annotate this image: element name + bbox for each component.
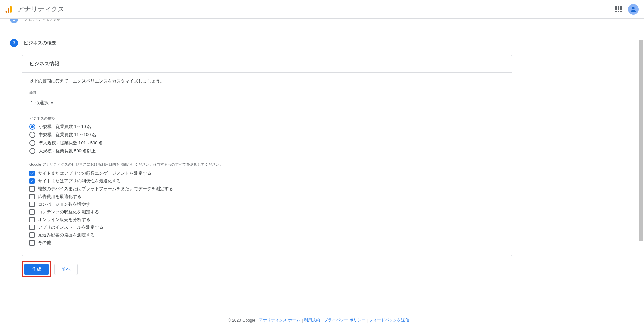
checkbox-label: その他 bbox=[38, 240, 51, 246]
checkbox-icon bbox=[29, 209, 35, 215]
step-2[interactable]: 2 プロパティの設定 bbox=[10, 19, 517, 23]
checkbox-label: コンテンツの収益化を測定する bbox=[38, 209, 99, 215]
header-left: アナリティクス bbox=[5, 5, 64, 14]
scrollbar-thumb[interactable] bbox=[639, 40, 643, 241]
business-size-label: ビジネスの規模 bbox=[29, 116, 505, 121]
checkbox-icon bbox=[29, 240, 35, 246]
scrollbar[interactable] bbox=[639, 20, 643, 255]
checkbox-purpose-0[interactable]: サイトまたはアプリでの顧客エンゲージメントを測定する bbox=[29, 170, 505, 176]
checkbox-purpose-4[interactable]: コンバージョン数を増やす bbox=[29, 201, 505, 207]
checkbox-icon bbox=[29, 178, 35, 184]
checkbox-purpose-1[interactable]: サイトまたはアプリの利便性を最適化する bbox=[29, 178, 505, 184]
radio-icon bbox=[29, 140, 35, 146]
checkbox-icon bbox=[29, 232, 35, 238]
checkbox-label: オンライン販売を分析する bbox=[38, 217, 90, 223]
card-body: 以下の質問に答えて、エクスペリエンスをカスタマイズしましょう。 業種 1 つ選択… bbox=[22, 73, 512, 256]
radio-icon bbox=[29, 132, 35, 138]
purpose-group: サイトまたはアプリでの顧客エンゲージメントを測定するサイトまたはアプリの利便性を… bbox=[29, 170, 505, 246]
back-button[interactable]: 前へ bbox=[54, 264, 78, 275]
radio-icon bbox=[29, 148, 35, 154]
footer: © 2020 Google | アナリティクス ホーム | 利用規約 | プライ… bbox=[0, 314, 637, 326]
checkbox-purpose-2[interactable]: 複数のデバイスまたはプラットフォームをまたいでデータを測定する bbox=[29, 186, 505, 192]
svg-point-3 bbox=[632, 7, 634, 9]
card-title: ビジネス情報 bbox=[22, 55, 512, 73]
step-number: 2 bbox=[10, 19, 18, 23]
step-3: 3 ビジネスの概要 bbox=[10, 39, 517, 47]
app-header: アナリティクス bbox=[0, 0, 644, 19]
industry-dropdown[interactable]: 1 つ選択 bbox=[29, 98, 55, 108]
svg-rect-0 bbox=[10, 6, 12, 13]
checkbox-purpose-6[interactable]: オンライン販売を分析する bbox=[29, 217, 505, 223]
create-button[interactable]: 作成 bbox=[24, 264, 49, 275]
checkbox-icon bbox=[29, 202, 35, 207]
radio-label: 大規模 - 従業員数 500 名以上 bbox=[39, 148, 96, 154]
checkbox-label: サイトまたはアプリの利便性を最適化する bbox=[38, 178, 121, 184]
checkbox-purpose-7[interactable]: アプリのインストールを測定する bbox=[29, 224, 505, 230]
analytics-logo-icon bbox=[5, 5, 13, 13]
svg-rect-1 bbox=[8, 8, 9, 13]
step-number: 3 bbox=[10, 39, 18, 47]
industry-label: 業種 bbox=[29, 90, 505, 95]
action-buttons: 作成 前へ bbox=[22, 261, 517, 277]
radio-size-3[interactable]: 大規模 - 従業員数 500 名以上 bbox=[29, 148, 505, 154]
checkbox-label: サイトまたはアプリでの顧客エンゲージメントを測定する bbox=[38, 170, 151, 176]
checkbox-icon bbox=[29, 217, 35, 222]
footer-link-home[interactable]: アナリティクス ホーム bbox=[259, 317, 300, 323]
svg-point-2 bbox=[6, 11, 7, 13]
checkbox-label: 広告費用を最適化する bbox=[38, 194, 82, 200]
checkbox-label: コンバージョン数を増やす bbox=[38, 201, 90, 207]
checkbox-icon bbox=[29, 171, 35, 176]
checkbox-purpose-3[interactable]: 広告費用を最適化する bbox=[29, 194, 505, 200]
copyright: © 2020 Google bbox=[228, 318, 255, 323]
apps-icon[interactable] bbox=[614, 5, 623, 13]
footer-link-feedback[interactable]: フィードバックを送信 bbox=[369, 317, 409, 323]
radio-label: 中規模 - 従業員数 11～100 名 bbox=[39, 132, 96, 138]
checkbox-purpose-8[interactable]: 見込み顧客の発掘を測定する bbox=[29, 232, 505, 238]
instruction-text: 以下の質問に答えて、エクスペリエンスをカスタマイズしましょう。 bbox=[29, 78, 505, 84]
checkbox-icon bbox=[29, 225, 35, 230]
radio-icon bbox=[29, 124, 35, 130]
radio-size-1[interactable]: 中規模 - 従業員数 11～100 名 bbox=[29, 132, 505, 138]
footer-link-terms[interactable]: 利用規約 bbox=[304, 317, 320, 323]
main-content: 2 プロパティの設定 3 ビジネスの概要 ビジネス情報 以下の質問に答えて、エク… bbox=[0, 19, 517, 304]
business-info-card: ビジネス情報 以下の質問に答えて、エクスペリエンスをカスタマイズしましょう。 業… bbox=[22, 55, 512, 256]
step-label: プロパティの設定 bbox=[23, 19, 61, 22]
checkbox-icon bbox=[29, 194, 35, 199]
header-right bbox=[614, 4, 639, 15]
checkbox-label: 見込み顧客の発掘を測定する bbox=[38, 232, 95, 238]
highlight-box: 作成 bbox=[22, 261, 51, 277]
footer-link-privacy[interactable]: プライバシー ポリシー bbox=[324, 317, 365, 323]
radio-size-0[interactable]: 小規模 - 従業員数 1～10 名 bbox=[29, 124, 505, 130]
checkbox-purpose-5[interactable]: コンテンツの収益化を測定する bbox=[29, 209, 505, 215]
checkbox-label: アプリのインストールを測定する bbox=[38, 224, 103, 230]
radio-size-2[interactable]: 準大規模 - 従業員数 101～500 名 bbox=[29, 140, 505, 146]
checkbox-label: 複数のデバイスまたはプラットフォームをまたいでデータを測定する bbox=[38, 186, 173, 192]
checkbox-purpose-9[interactable]: その他 bbox=[29, 240, 505, 246]
dropdown-value: 1 つ選択 bbox=[31, 100, 49, 106]
business-size-group: 小規模 - 従業員数 1～10 名中規模 - 従業員数 11～100 名準大規模… bbox=[29, 124, 505, 154]
app-title: アナリティクス bbox=[17, 5, 64, 14]
avatar[interactable] bbox=[628, 4, 639, 15]
radio-label: 準大規模 - 従業員数 101～500 名 bbox=[39, 140, 103, 146]
step-connector bbox=[14, 26, 14, 36]
radio-label: 小規模 - 従業員数 1～10 名 bbox=[39, 124, 91, 130]
chevron-down-icon bbox=[51, 102, 53, 104]
purpose-hint: Google アナリティクスのビジネスにおける利用目的をお聞かせください。該当す… bbox=[29, 162, 505, 167]
checkbox-icon bbox=[29, 186, 35, 192]
step-label: ビジネスの概要 bbox=[23, 40, 56, 46]
